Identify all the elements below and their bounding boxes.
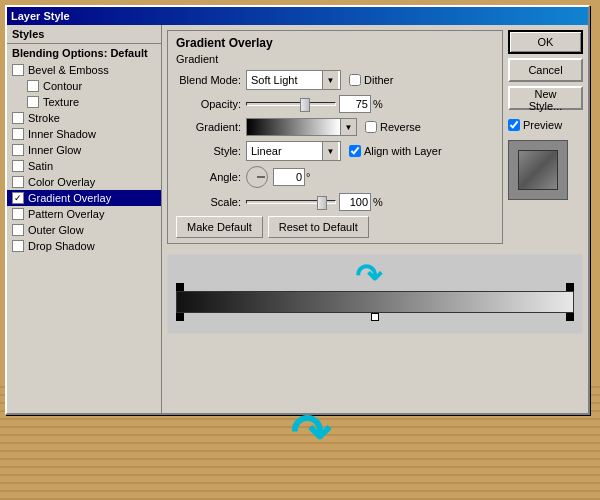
dialog-title: Layer Style: [11, 10, 70, 22]
ok-button[interactable]: OK: [508, 30, 583, 54]
style-row: Style: Linear ▼ Align with Layer: [176, 141, 494, 161]
reverse-check-input[interactable]: [365, 121, 377, 133]
checkbox-stroke[interactable]: [12, 112, 24, 124]
sidebar-label-inner-glow: Inner Glow: [28, 144, 81, 156]
sidebar-item-inner-glow[interactable]: Inner Glow: [7, 142, 161, 158]
style-label: Style:: [176, 145, 241, 157]
bottom-handles-row: [176, 313, 574, 321]
sidebar-item-contour[interactable]: Contour: [7, 78, 161, 94]
gradient-arrow[interactable]: ▼: [341, 118, 357, 136]
sidebar-item-outer-glow[interactable]: Outer Glow: [7, 222, 161, 238]
gradient-picker[interactable]: [246, 118, 341, 136]
checkbox-pattern-overlay[interactable]: [12, 208, 24, 220]
sidebar-label-inner-shadow: Inner Shadow: [28, 128, 96, 140]
checkbox-gradient-overlay[interactable]: ✓: [12, 192, 24, 204]
scale-unit: %: [373, 196, 383, 208]
gradient-canvas-area: ↷: [167, 254, 583, 334]
opacity-slider-track[interactable]: [246, 102, 336, 106]
sidebar-item-gradient-overlay[interactable]: ✓Gradient Overlay: [7, 190, 161, 206]
checkbox-outer-glow[interactable]: [12, 224, 24, 236]
sidebar-label-contour: Contour: [43, 80, 82, 92]
make-default-button[interactable]: Make Default: [176, 216, 263, 238]
opacity-label: Opacity:: [176, 98, 241, 110]
sidebar-label-outer-glow: Outer Glow: [28, 224, 84, 236]
handle-bottom-right[interactable]: [566, 313, 574, 321]
style-arrow[interactable]: ▼: [322, 142, 338, 160]
opacity-slider-container: %: [246, 95, 383, 113]
sidebar-item-satin[interactable]: Satin: [7, 158, 161, 174]
title-bar: Layer Style: [7, 7, 588, 25]
handle-top-right[interactable]: [566, 283, 574, 291]
sidebar-item-bevel-emboss[interactable]: Bevel & Emboss: [7, 62, 161, 78]
align-check-input[interactable]: [349, 145, 361, 157]
main-content: Gradient Overlay Gradient Blend Mode: So…: [167, 30, 503, 249]
preview-box: [508, 140, 568, 200]
sidebar-label-drop-shadow: Drop Shadow: [28, 240, 95, 252]
opacity-row: Opacity: %: [176, 95, 494, 113]
section-title: Gradient Overlay: [176, 36, 494, 50]
gradient-picker-group: ▼: [246, 118, 357, 136]
handle-top-left[interactable]: [176, 283, 184, 291]
checkbox-contour[interactable]: [27, 80, 39, 92]
styles-list: Bevel & EmbossContourTextureStrokeInner …: [7, 62, 161, 254]
checkbox-texture[interactable]: [27, 96, 39, 108]
style-value: Linear: [249, 145, 322, 157]
sidebar-label-stroke: Stroke: [28, 112, 60, 124]
angle-label: Angle:: [176, 171, 241, 183]
angle-row: Angle: °: [176, 166, 494, 188]
checkbox-color-overlay[interactable]: [12, 176, 24, 188]
scale-row: Scale: %: [176, 193, 494, 211]
blend-mode-arrow[interactable]: ▼: [322, 71, 338, 89]
dither-check-input[interactable]: [349, 74, 361, 86]
sidebar-item-inner-shadow[interactable]: Inner Shadow: [7, 126, 161, 142]
blend-mode-row: Blend Mode: Soft Light ▼ Dither: [176, 70, 494, 90]
preview-check-input[interactable]: [508, 119, 520, 131]
align-label: Align with Layer: [364, 145, 442, 157]
sidebar-item-drop-shadow[interactable]: Drop Shadow: [7, 238, 161, 254]
scale-label: Scale:: [176, 196, 241, 208]
angle-dial[interactable]: [246, 166, 268, 188]
bottom-cyan-arrow: ↷: [290, 404, 330, 460]
sidebar-label-bevel-emboss: Bevel & Emboss: [28, 64, 109, 76]
sidebar-item-pattern-overlay[interactable]: Pattern Overlay: [7, 206, 161, 222]
opacity-slider-thumb[interactable]: [300, 98, 310, 112]
handle-bottom-left[interactable]: [176, 313, 184, 321]
checkbox-bevel-emboss[interactable]: [12, 64, 24, 76]
reverse-label: Reverse: [380, 121, 421, 133]
reverse-checkbox[interactable]: Reverse: [365, 121, 421, 133]
scale-slider-container: %: [246, 193, 383, 211]
degree-symbol: °: [306, 171, 310, 183]
dither-checkbox[interactable]: Dither: [349, 74, 393, 86]
cancel-button[interactable]: Cancel: [508, 58, 583, 82]
checkbox-inner-shadow[interactable]: [12, 128, 24, 140]
new-style-button[interactable]: New Style...: [508, 86, 583, 110]
gradient-overlay-section: Gradient Overlay Gradient Blend Mode: So…: [167, 30, 503, 244]
scale-input[interactable]: [339, 193, 371, 211]
subsection-title: Gradient: [176, 53, 494, 65]
sidebar-item-texture[interactable]: Texture: [7, 94, 161, 110]
sidebar-item-color-overlay[interactable]: Color Overlay: [7, 174, 161, 190]
preview-label: Preview: [523, 119, 562, 131]
dialog-body: Styles Blending Options: Default Bevel &…: [7, 25, 588, 413]
action-buttons: OK Cancel New Style... Preview: [508, 30, 583, 249]
styles-panel: Styles Blending Options: Default Bevel &…: [7, 25, 162, 413]
align-layer-checkbox[interactable]: Align with Layer: [349, 145, 442, 157]
opacity-input[interactable]: [339, 95, 371, 113]
blend-mode-select[interactable]: Soft Light ▼: [246, 70, 341, 90]
preview-checkbox-container[interactable]: Preview: [508, 119, 583, 131]
section-buttons: Make Default Reset to Default: [176, 216, 494, 238]
scale-slider-track[interactable]: [246, 200, 336, 204]
checkbox-satin[interactable]: [12, 160, 24, 172]
checkbox-inner-glow[interactable]: [12, 144, 24, 156]
scale-slider-thumb[interactable]: [317, 196, 327, 210]
gradient-row: Gradient: ▼ Reverse: [176, 118, 494, 136]
sidebar-label-pattern-overlay: Pattern Overlay: [28, 208, 104, 220]
sidebar-item-stroke[interactable]: Stroke: [7, 110, 161, 126]
checkbox-drop-shadow[interactable]: [12, 240, 24, 252]
angle-input[interactable]: [273, 168, 305, 186]
style-select[interactable]: Linear ▼: [246, 141, 341, 161]
sidebar-label-color-overlay: Color Overlay: [28, 176, 95, 188]
blending-options-label[interactable]: Blending Options: Default: [7, 44, 161, 62]
reset-to-default-button[interactable]: Reset to Default: [268, 216, 369, 238]
handle-center-bottom[interactable]: [371, 313, 379, 321]
